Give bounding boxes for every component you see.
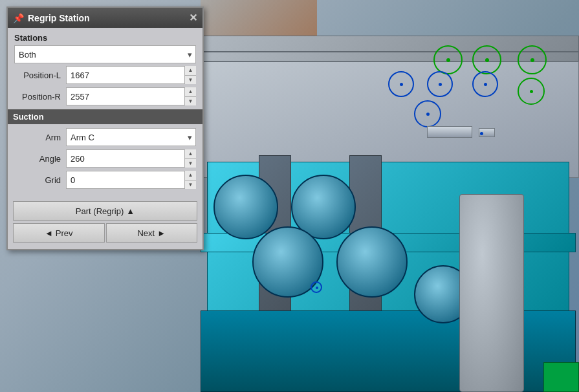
position-l-control: ▲ ▼ [66, 66, 196, 84]
cad-dot-b1 [400, 83, 403, 86]
arm-select[interactable]: Arm A Arm B Arm C Arm D [66, 128, 196, 146]
angle-control: ▲ ▼ [66, 149, 196, 168]
position-r-input[interactable] [66, 87, 196, 105]
grid-up[interactable]: ▲ [185, 171, 196, 180]
position-r-control: ▲ ▼ [66, 87, 196, 105]
angle-label: Angle [14, 154, 66, 164]
cad-rail [427, 126, 472, 138]
next-button[interactable]: Next ► [106, 223, 198, 243]
next-label: Next [137, 228, 155, 238]
panel-titlebar: 📌 Regrip Station ✕ [8, 8, 202, 28]
part-regrip-button[interactable]: Part (Regrip) ▲ [13, 201, 197, 221]
arm-row: Arm Arm A Arm B Arm C Arm D [14, 128, 196, 146]
angle-up[interactable]: ▲ [185, 149, 196, 159]
prev-icon: ◄ [45, 228, 53, 238]
part-regrip-up-icon: ▲ [126, 206, 135, 216]
grid-label: Grid [14, 175, 66, 185]
title-left: 📌 Regrip Station [13, 13, 90, 23]
angle-arrows: ▲ ▼ [184, 149, 196, 168]
position-r-up[interactable]: ▲ [185, 87, 196, 97]
panel-title: Regrip Station [28, 13, 90, 23]
position-l-up[interactable]: ▲ [185, 66, 196, 76]
prev-label: Prev [56, 228, 73, 238]
arm-select-wrapper: Arm A Arm B Arm C Arm D [66, 128, 196, 146]
panel-body: Stations Both Left Right Position-L ▲ ▼ [8, 28, 202, 197]
grid-arrows: ▲ ▼ [184, 171, 196, 189]
part-regrip-row: Part (Regrip) ▲ [13, 201, 197, 221]
cad-dot-rail [480, 132, 483, 135]
position-r-down[interactable]: ▼ [185, 97, 196, 106]
suction-header: Suction [8, 109, 202, 124]
position-r-row: Position-R ▲ ▼ [14, 87, 196, 105]
cad-dot-g3 [530, 58, 534, 62]
panel: 📌 Regrip Station ✕ Stations Both Left Ri… [6, 6, 204, 250]
angle-row: Angle ▲ ▼ [14, 149, 196, 168]
position-l-input[interactable] [66, 66, 196, 84]
cad-pillar [459, 194, 524, 392]
prev-next-row: ◄ Prev Next ► [13, 223, 197, 243]
stations-select[interactable]: Both Left Right [14, 45, 196, 63]
cad-dot-small [316, 287, 318, 289]
panel-footer: Part (Regrip) ▲ ◄ Prev Next ► [8, 197, 202, 249]
part-regrip-label: Part (Regrip) [76, 206, 124, 216]
cad-cylinder1 [213, 175, 278, 239]
close-button[interactable]: ✕ [189, 12, 197, 24]
stations-select-wrapper: Both Left Right [14, 45, 196, 63]
grid-input[interactable] [66, 171, 196, 189]
prev-button[interactable]: ◄ Prev [13, 223, 105, 243]
position-l-label: Position-L [14, 71, 66, 80]
arm-label: Arm [14, 133, 66, 142]
position-r-arrows: ▲ ▼ [184, 87, 196, 105]
cad-dot-g2 [485, 58, 489, 62]
grid-down[interactable]: ▼ [185, 180, 196, 190]
cad-dot-g1 [446, 58, 450, 62]
pin-icon: 📌 [13, 13, 24, 23]
position-l-row: Position-L ▲ ▼ [14, 66, 196, 84]
position-l-down[interactable]: ▼ [185, 76, 196, 85]
grid-control: ▲ ▼ [66, 171, 196, 189]
cad-surface [194, 61, 579, 178]
next-icon: ► [157, 228, 166, 238]
cad-dot-b4 [426, 113, 430, 116]
cad-dot-b2 [439, 83, 442, 86]
stations-label: Stations [14, 33, 196, 43]
cad-dot-b3 [484, 83, 487, 86]
cad-dot-g4 [530, 90, 533, 93]
stations-section: Stations Both Left Right [14, 33, 196, 63]
angle-input[interactable] [66, 149, 196, 168]
grid-row: Grid ▲ ▼ [14, 171, 196, 189]
cad-green-accent [543, 362, 579, 392]
cad-cylinder4 [336, 226, 408, 298]
position-l-arrows: ▲ ▼ [184, 66, 196, 84]
position-r-label: Position-R [14, 92, 66, 102]
angle-down[interactable]: ▼ [185, 159, 196, 168]
